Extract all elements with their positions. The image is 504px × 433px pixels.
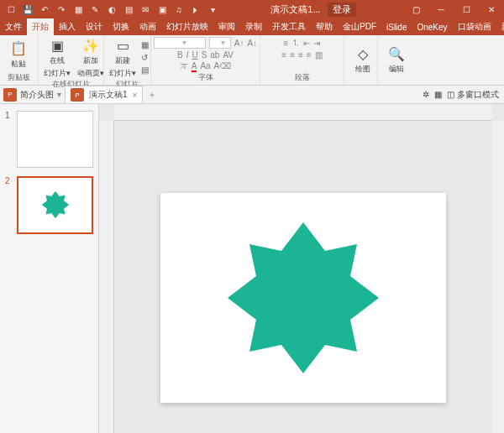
chevron-down-icon[interactable]: ▾	[57, 90, 61, 99]
tab-file[interactable]: 文件	[0, 18, 27, 35]
qa-icon[interactable]: ▤	[123, 3, 134, 15]
numbers-icon[interactable]: ⒈	[291, 37, 300, 49]
new-slide-icon: ▭	[114, 37, 131, 54]
tab-insert[interactable]: 插入	[54, 18, 81, 35]
new-slide-button[interactable]: ▭ 新建 幻灯片▾	[108, 37, 138, 79]
thumbnail-2[interactable]: 2	[5, 176, 93, 233]
shadow-icon[interactable]: ab	[210, 50, 219, 60]
qa-icon[interactable]: ▦	[72, 3, 84, 15]
qa-icon[interactable]: ◐	[106, 3, 118, 15]
undo-icon[interactable]: ↶	[39, 3, 50, 15]
star-shape-icon	[40, 190, 71, 220]
tab-design[interactable]: 设计	[81, 18, 108, 35]
bullets-icon[interactable]: ≡	[284, 39, 289, 48]
reset-icon[interactable]: ↺	[141, 52, 149, 64]
section-icon[interactable]: ▤	[141, 65, 149, 76]
qa-more-icon[interactable]: ▾	[207, 3, 218, 15]
add-tab-icon[interactable]: ＋	[148, 89, 156, 101]
spacing-icon[interactable]: AV	[223, 50, 234, 60]
strike-icon[interactable]: S	[202, 50, 207, 60]
ppt-icon: P	[71, 88, 84, 102]
paste-button[interactable]: 📋 粘贴	[3, 40, 34, 70]
horizontal-ruler	[114, 104, 492, 121]
star-shape[interactable]	[219, 214, 387, 382]
redo-icon[interactable]: ↷	[55, 3, 67, 15]
tab-dev[interactable]: 开发工具	[267, 18, 311, 35]
italic-icon[interactable]: I	[186, 50, 189, 60]
clipboard-icon: 📋	[10, 40, 27, 57]
multi-window-button[interactable]: ◫ 多窗口模式	[447, 89, 499, 101]
tab-slideshow[interactable]: 幻灯片放映	[161, 18, 213, 35]
qa-icon[interactable]: ✉	[139, 3, 151, 15]
clipboard-group-label: 剪贴板	[3, 72, 34, 83]
indent-icon[interactable]: ⇤	[303, 39, 310, 48]
align-right-icon[interactable]: ≡	[298, 50, 303, 60]
columns-icon[interactable]: ▥	[315, 50, 323, 60]
new-anim-button[interactable]: ✨ 新加 动画页▾	[76, 37, 106, 79]
tab-islide[interactable]: iSlide	[381, 18, 412, 35]
qa-icon[interactable]: ✎	[89, 3, 101, 15]
drawing-button[interactable]: ◇ 绘图	[348, 45, 378, 75]
title-text: 演示文稿1...	[270, 3, 320, 16]
tab-onekey[interactable]: OneKey	[412, 18, 452, 35]
qa-icon[interactable]: ⏵	[190, 3, 202, 15]
gear-icon[interactable]: ✲	[423, 90, 429, 99]
find-icon: 🔍	[388, 45, 405, 62]
align-left-icon[interactable]: ≡	[281, 50, 286, 60]
clear-icon[interactable]: A⌫	[214, 61, 232, 70]
para-group-label: 段落	[264, 72, 340, 83]
left-doc-label[interactable]: 简介头图	[20, 89, 54, 101]
font-color-icon[interactable]: A	[192, 61, 197, 70]
save-icon[interactable]: 💾	[22, 3, 34, 15]
bold-icon[interactable]: B	[177, 50, 183, 60]
shapes-icon: ◇	[354, 45, 371, 62]
close-tab-icon[interactable]: ×	[133, 91, 138, 100]
grid-icon[interactable]: ▦	[434, 90, 442, 99]
tab-record[interactable]: 录制	[240, 18, 267, 35]
tab-animation[interactable]: 动画	[134, 18, 161, 35]
doc-tab[interactable]: P 演示文稿1 ×	[65, 86, 143, 103]
justify-icon[interactable]: ≡	[307, 50, 312, 60]
shrink-font-icon[interactable]: A↓	[248, 39, 258, 48]
thumbnail-1[interactable]: 1	[5, 111, 93, 168]
thumbnail-panel: 1 2	[0, 104, 99, 433]
maximize-icon[interactable]: ☐	[454, 0, 479, 18]
ppt-icon: P	[3, 88, 17, 102]
anim-icon: ✨	[82, 37, 99, 54]
font-family-input[interactable]: ▾	[154, 37, 206, 49]
tab-jinshan[interactable]: 金山PDF	[338, 18, 381, 35]
tab-help[interactable]: 帮助	[311, 18, 338, 35]
doc-tab-label: 演示文稿1	[89, 89, 128, 101]
svg-marker-1	[228, 222, 379, 373]
grow-font-icon[interactable]: A↑	[234, 39, 244, 48]
align-center-icon[interactable]: ≡	[290, 50, 295, 60]
layout-icon[interactable]: ▦	[141, 39, 149, 51]
close-icon[interactable]: ✕	[479, 0, 504, 18]
slides-icon: ▣	[49, 37, 66, 54]
tab-review[interactable]: 审阅	[213, 18, 240, 35]
autosave-icon[interactable]: ☐	[5, 3, 17, 15]
font-size-input[interactable]: ▾	[209, 37, 231, 49]
vertical-scrollbar[interactable]	[492, 121, 504, 433]
tab-koudai[interactable]: 口袋动画	[453, 18, 496, 35]
tab-home[interactable]: 开始	[27, 18, 54, 35]
online-slides-button[interactable]: ▣ 在线 幻灯片▾	[42, 37, 72, 79]
slide-canvas[interactable]	[160, 193, 446, 403]
highlight-icon[interactable]: ꯍ	[180, 61, 188, 70]
vertical-ruler	[99, 121, 114, 433]
login-badge[interactable]: 登录	[328, 3, 356, 17]
svg-marker-0	[41, 191, 68, 218]
qa-icon[interactable]: ♫	[173, 3, 185, 15]
tab-transition[interactable]: 切换	[108, 18, 134, 35]
outdent-icon[interactable]: ⇥	[313, 39, 320, 48]
case-icon[interactable]: Aa	[200, 61, 210, 70]
ribbon-options-icon[interactable]: ▢	[403, 0, 428, 18]
font-group-label: 字体	[155, 72, 256, 83]
editing-button[interactable]: 🔍 编辑	[381, 45, 412, 75]
qa-icon[interactable]: ▣	[156, 3, 168, 15]
minimize-icon[interactable]: ─	[428, 0, 454, 18]
tab-new[interactable]: 新建选项	[496, 18, 504, 35]
underline-icon[interactable]: U	[192, 50, 197, 60]
